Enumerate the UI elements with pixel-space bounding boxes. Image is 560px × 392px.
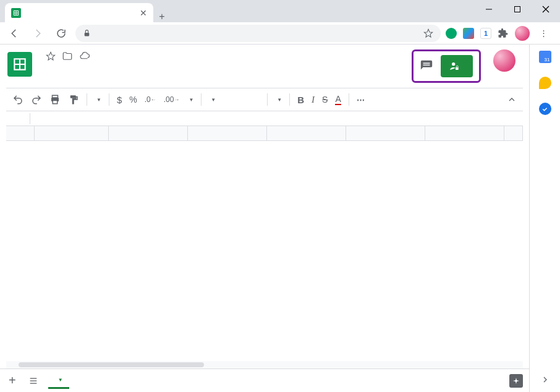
- docs-header: [0, 45, 529, 83]
- col-header-partial[interactable]: [504, 126, 523, 141]
- zoom-dropdown[interactable]: ▼: [92, 97, 104, 103]
- svg-rect-21: [70, 95, 76, 98]
- svg-marker-25: [513, 378, 519, 384]
- chrome-menu[interactable]: ⋮: [536, 28, 551, 38]
- svg-rect-15: [423, 64, 430, 65]
- strikethrough-button[interactable]: S: [320, 92, 330, 107]
- all-sheets-button[interactable]: [26, 373, 41, 388]
- col-header-D[interactable]: [267, 126, 346, 141]
- text-color-button[interactable]: A: [333, 92, 343, 108]
- browser-toolbar: 1 ⋮: [0, 22, 560, 45]
- print-button[interactable]: [47, 92, 63, 108]
- forward-button[interactable]: [28, 24, 47, 43]
- svg-rect-8: [85, 33, 90, 36]
- new-tab-button[interactable]: +: [153, 11, 171, 22]
- svg-rect-20: [53, 101, 57, 104]
- font-size-dropdown[interactable]: ▼: [273, 97, 284, 103]
- account-avatar[interactable]: [493, 49, 515, 72]
- svg-marker-13: [46, 52, 54, 60]
- ext-color-icon[interactable]: [463, 28, 474, 39]
- move-folder-icon[interactable]: [62, 51, 73, 62]
- col-header-E[interactable]: [346, 126, 425, 141]
- number-format-dropdown[interactable]: ▼: [184, 97, 196, 103]
- sheet-tab-menu-icon[interactable]: ▼: [58, 377, 63, 383]
- italic-button[interactable]: I: [309, 92, 317, 108]
- close-icon[interactable]: ✕: [140, 8, 147, 18]
- format-toolbar: ▼ $ % .0← .00→ ▼ ▼ ▼ B I S A ⋯: [6, 88, 523, 111]
- tasks-icon[interactable]: [539, 103, 551, 115]
- column-headers: [35, 126, 523, 141]
- ext-grammarly-icon[interactable]: [446, 28, 457, 39]
- col-header-C[interactable]: [188, 126, 267, 141]
- col-header-F[interactable]: [425, 126, 504, 141]
- reload-button[interactable]: [52, 24, 70, 43]
- star-doc-icon[interactable]: [46, 51, 56, 61]
- bold-button[interactable]: B: [295, 92, 307, 108]
- window-close[interactable]: [532, 0, 560, 19]
- comments-icon[interactable]: [420, 59, 433, 73]
- increase-decimal-button[interactable]: .00→: [161, 93, 182, 106]
- sheet-tab-bar: + ▼: [0, 369, 529, 392]
- ext-onetab-icon[interactable]: 1: [480, 28, 491, 39]
- star-icon[interactable]: [423, 28, 433, 38]
- browser-tabstrip: ✕ +: [0, 0, 560, 22]
- person-lock-icon: [449, 61, 459, 71]
- horizontal-scrollbar[interactable]: [6, 361, 523, 369]
- profile-avatar-small[interactable]: [515, 26, 530, 41]
- sheets-logo[interactable]: [7, 52, 32, 77]
- sheet-tab-active[interactable]: ▼: [48, 372, 69, 389]
- decrease-decimal-button[interactable]: .0←: [142, 93, 159, 106]
- extensions-puzzle-icon[interactable]: [498, 28, 509, 39]
- address-bar[interactable]: [75, 25, 441, 42]
- svg-marker-9: [424, 29, 432, 37]
- percent-button[interactable]: %: [127, 92, 139, 107]
- add-sheet-button[interactable]: +: [6, 371, 19, 390]
- cloud-status-icon[interactable]: [79, 51, 90, 62]
- col-header-A[interactable]: [35, 126, 109, 141]
- window-maximize[interactable]: [503, 0, 532, 19]
- extension-icons: 1 ⋮: [446, 26, 555, 41]
- side-panel-collapse[interactable]: [540, 375, 550, 385]
- lock-icon: [83, 29, 91, 37]
- spreadsheet-grid[interactable]: [6, 126, 523, 361]
- explore-button[interactable]: [509, 374, 523, 388]
- svg-rect-14: [423, 63, 430, 64]
- calendar-icon[interactable]: 31: [539, 51, 551, 63]
- svg-rect-18: [53, 95, 58, 98]
- toolbar-more[interactable]: ⋯: [354, 93, 368, 107]
- undo-button[interactable]: [10, 92, 26, 108]
- window-minimize[interactable]: [475, 0, 503, 19]
- browser-tab[interactable]: ✕: [5, 3, 153, 22]
- share-button[interactable]: [441, 55, 473, 77]
- svg-point-16: [452, 62, 455, 66]
- scrollbar-thumb[interactable]: [19, 362, 204, 367]
- svg-rect-17: [456, 67, 459, 70]
- formula-bar[interactable]: [6, 111, 523, 126]
- side-panel: 31: [529, 45, 560, 392]
- currency-button[interactable]: $: [114, 92, 124, 108]
- paint-format-button[interactable]: [66, 92, 82, 108]
- sheets-favicon: [11, 8, 21, 18]
- back-button[interactable]: [5, 24, 23, 43]
- svg-rect-5: [515, 7, 520, 12]
- select-all-corner[interactable]: [6, 126, 35, 141]
- keep-icon[interactable]: [539, 77, 551, 89]
- header-right-highlighted: [412, 49, 481, 83]
- col-header-B[interactable]: [109, 126, 188, 141]
- toolbar-collapse[interactable]: [504, 92, 519, 107]
- font-dropdown[interactable]: ▼: [206, 97, 262, 103]
- redo-button[interactable]: [28, 92, 45, 108]
